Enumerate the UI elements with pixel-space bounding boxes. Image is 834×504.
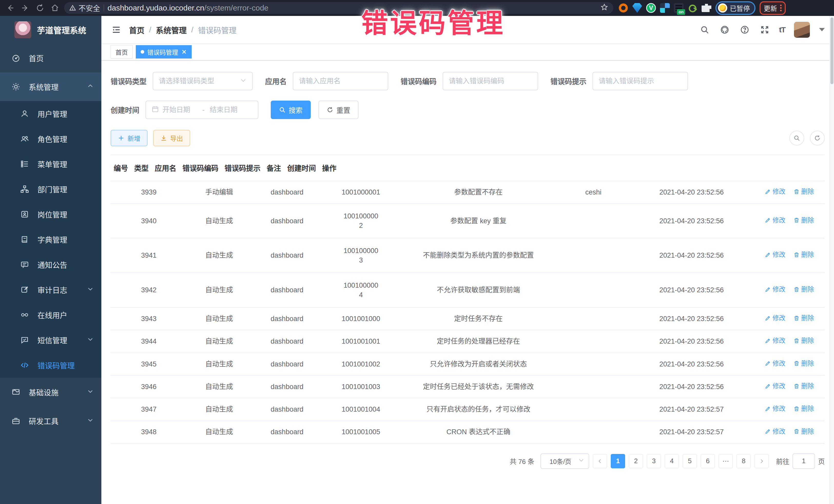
breadcrumb-home[interactable]: 首页 [129, 24, 145, 36]
error-type-select[interactable] [153, 72, 253, 90]
delete-link[interactable]: 删除 [793, 314, 814, 323]
sidebar-item-dict-mgmt[interactable]: 字典管理 [0, 227, 101, 252]
page-number-button[interactable]: ··· [719, 454, 733, 468]
tab-error-code[interactable]: 错误码管理 [136, 45, 192, 59]
goto-page-input[interactable] [793, 457, 814, 465]
table-row[interactable]: 3948 自动生成 dashboard 1001001005 CRON 表达式不… [111, 421, 825, 444]
error-hint-input-box[interactable] [593, 72, 688, 90]
sidebar-item-notice[interactable]: 通知公告 [0, 252, 101, 277]
sidebar-item-online-users[interactable]: 在线用户 [0, 302, 101, 327]
app-logo[interactable]: 芋道管理系统 [0, 16, 101, 44]
browser-menu-icon[interactable] [780, 5, 782, 11]
sidebar-item-sms-mgmt[interactable]: 短信管理 [0, 327, 101, 353]
error-hint-input[interactable] [599, 77, 682, 85]
toggle-search-icon[interactable] [789, 131, 804, 146]
date-range-picker[interactable]: - [146, 101, 258, 119]
edit-link[interactable]: 修改 [765, 314, 785, 323]
end-date-input[interactable] [210, 106, 244, 114]
table-row[interactable]: 3943 自动生成 dashboard 1001001000 定时任务不存在 2… [111, 308, 825, 330]
address-bar[interactable]: 不安全 dashboard.yudao.iocoder.cn/system/er… [64, 2, 613, 14]
page-number-button[interactable]: 3 [647, 454, 661, 468]
browser-home-icon[interactable] [49, 2, 61, 14]
sidebar-item-home[interactable]: 首页 [0, 44, 101, 72]
add-button[interactable]: 新增 [111, 130, 148, 146]
browser-back-icon[interactable] [5, 2, 16, 14]
extension-icon[interactable] [688, 3, 698, 13]
delete-link[interactable]: 删除 [793, 250, 814, 259]
extensions-puzzle-icon[interactable] [702, 3, 711, 13]
close-icon[interactable] [181, 49, 187, 54]
hamburger-icon[interactable] [111, 24, 122, 36]
extension-icon[interactable] [660, 3, 670, 13]
delete-link[interactable]: 删除 [793, 187, 814, 196]
sidebar-item-post-mgmt[interactable]: 岗位管理 [0, 202, 101, 227]
edit-link[interactable]: 修改 [765, 250, 785, 259]
delete-link[interactable]: 删除 [793, 216, 814, 225]
sidebar-item-dept-mgmt[interactable]: 部门管理 [0, 177, 101, 202]
error-code-input-box[interactable] [443, 72, 538, 90]
edit-link[interactable]: 修改 [765, 359, 785, 368]
start-date-input[interactable] [162, 106, 197, 114]
edit-link[interactable]: 修改 [765, 336, 785, 345]
edit-link[interactable]: 修改 [765, 187, 785, 196]
next-page-icon[interactable] [754, 454, 769, 468]
table-row[interactable]: 3947 自动生成 dashboard 1001001004 只有开启状态的任务… [111, 398, 825, 421]
not-secure-warning[interactable]: 不安全 [69, 3, 100, 13]
vue-devtools-icon[interactable]: V [646, 3, 656, 13]
page-number-button[interactable]: 1 [611, 454, 625, 468]
profile-paused-chip[interactable]: 已暂停 [716, 1, 755, 15]
sidebar-item-menu-mgmt[interactable]: 菜单管理 [0, 151, 101, 177]
delete-link[interactable]: 删除 [793, 336, 814, 345]
avatar-caret-icon[interactable] [819, 28, 825, 31]
table-row[interactable]: 3941 自动生成 dashboard 100100000 3 不能删除类型为系… [111, 238, 825, 273]
breadcrumb-system[interactable]: 系统管理 [156, 24, 186, 36]
sidebar-item-user-mgmt[interactable]: 用户管理 [0, 101, 101, 126]
edit-link[interactable]: 修改 [765, 382, 785, 391]
page-number-button[interactable]: 6 [701, 454, 715, 468]
font-size-icon[interactable]: tT [779, 25, 785, 34]
fullscreen-icon[interactable] [759, 24, 770, 36]
sidebar-item-system[interactable]: 系统管理 [0, 72, 101, 101]
github-icon[interactable] [719, 24, 730, 36]
app-name-input-box[interactable] [293, 72, 388, 90]
help-icon[interactable] [739, 24, 750, 36]
page-number-button[interactable]: 5 [683, 454, 697, 468]
search-icon[interactable] [699, 24, 710, 36]
reset-button[interactable]: 重置 [319, 101, 358, 119]
edit-link[interactable]: 修改 [765, 285, 785, 294]
scrollbar-thumb[interactable] [830, 18, 833, 84]
sidebar-item-role-mgmt[interactable]: 角色管理 [0, 126, 101, 151]
delete-link[interactable]: 删除 [793, 285, 814, 294]
delete-link[interactable]: 删除 [793, 359, 814, 368]
prev-page-icon[interactable] [593, 454, 607, 468]
delete-link[interactable]: 删除 [793, 382, 814, 391]
browser-forward-icon[interactable] [20, 2, 31, 14]
browser-update-button[interactable]: 更新 [760, 1, 786, 15]
refresh-icon[interactable] [810, 131, 825, 146]
table-row[interactable]: 3945 自动生成 dashboard 1001001002 只允许修改为开启或… [111, 353, 825, 376]
page-number-button[interactable]: 2 [629, 454, 643, 468]
goto-input-box[interactable] [792, 454, 815, 469]
page-number-button[interactable]: 8 [737, 454, 751, 468]
edit-link[interactable]: 修改 [765, 404, 785, 413]
error-type-select-value[interactable] [159, 77, 236, 85]
delete-link[interactable]: 删除 [793, 404, 814, 413]
table-row[interactable]: 3940 自动生成 dashboard 100100000 2 参数配置 key… [111, 204, 825, 238]
page-scrollbar[interactable] [829, 16, 834, 504]
sidebar-item-dev-tools[interactable]: 研发工具 [0, 407, 101, 435]
delete-link[interactable]: 删除 [793, 427, 814, 436]
edit-link[interactable]: 修改 [765, 216, 785, 225]
export-button[interactable]: 导出 [153, 130, 190, 146]
table-row[interactable]: 3946 自动生成 dashboard 1001001003 定时任务已经处于该… [111, 376, 825, 398]
table-row[interactable]: 3939 手动编辑 dashboard 1001000001 参数配置不存在 c… [111, 181, 825, 204]
browser-reload-icon[interactable] [35, 2, 46, 14]
sidebar-item-error-code[interactable]: 错误码管理 [0, 353, 101, 378]
bookmark-star-icon[interactable] [600, 3, 608, 13]
search-button[interactable]: 搜索 [271, 101, 311, 119]
table-row[interactable]: 3944 自动生成 dashboard 1001001001 定时任务的处理器已… [111, 330, 825, 353]
app-name-input[interactable] [299, 77, 382, 85]
user-avatar[interactable] [794, 22, 810, 38]
extension-icon[interactable] [618, 3, 628, 13]
page-size-value[interactable] [545, 457, 576, 465]
page-number-button[interactable]: 4 [665, 454, 679, 468]
